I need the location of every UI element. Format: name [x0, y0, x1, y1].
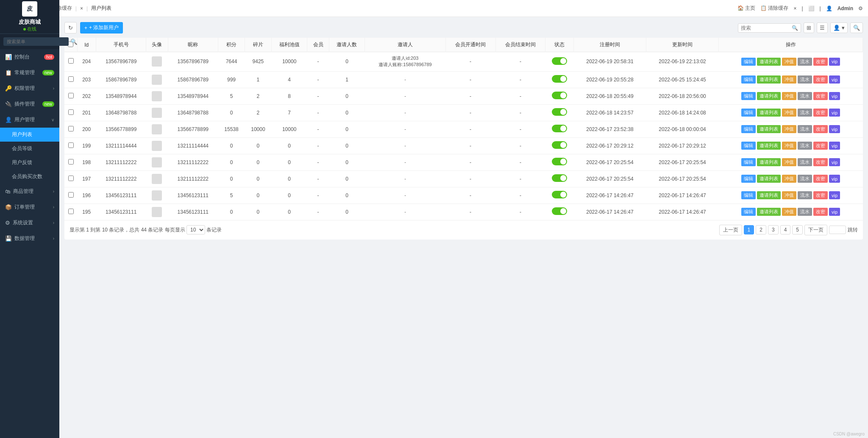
status-toggle-197[interactable]	[552, 174, 567, 182]
row-checkbox-198[interactable]	[68, 159, 74, 165]
recharge-button-202[interactable]: 冲值	[782, 92, 796, 100]
invite-list-button-196[interactable]: 邀请列表	[757, 191, 781, 199]
modify-pwd-button-196[interactable]: 改密	[813, 191, 828, 199]
nav-resize-icon[interactable]: ⬜	[808, 6, 815, 11]
recharge-button-196[interactable]: 冲值	[782, 191, 796, 199]
edit-button-195[interactable]: 编辑	[741, 208, 756, 216]
row-checkbox-195[interactable]	[68, 209, 74, 214]
modify-pwd-button-197[interactable]: 改密	[813, 175, 828, 183]
edit-button-204[interactable]: 编辑	[741, 58, 756, 66]
sidebar-item-data[interactable]: 💾 数据管理 ›	[0, 231, 59, 246]
edit-button-202[interactable]: 编辑	[741, 92, 756, 100]
nav-home-link[interactable]: 🏠 主页	[737, 5, 755, 12]
edit-button-203[interactable]: 编辑	[741, 75, 756, 84]
modify-pwd-button-204[interactable]: 改密	[813, 58, 828, 66]
modify-pwd-button-200[interactable]: 改密	[813, 125, 828, 133]
modify-pwd-button-201[interactable]: 改密	[813, 109, 828, 117]
invite-list-button-202[interactable]: 邀请列表	[757, 92, 781, 100]
row-checkbox-204[interactable]	[68, 58, 74, 64]
vip-button-204[interactable]: vip	[829, 58, 840, 66]
row-checkbox-197[interactable]	[68, 176, 74, 181]
cell-status[interactable]	[545, 204, 574, 220]
invite-list-button-204[interactable]: 邀请列表	[757, 58, 781, 66]
vip-button-197[interactable]: vip	[829, 175, 840, 183]
user-dropdown-button[interactable]: 👤 ▾	[830, 22, 848, 33]
status-toggle-201[interactable]	[552, 108, 567, 116]
invite-list-button-200[interactable]: 邀请列表	[757, 125, 781, 133]
edit-button-196[interactable]: 编辑	[741, 191, 756, 199]
flow-button-203[interactable]: 流水	[798, 75, 812, 84]
edit-button-197[interactable]: 编辑	[741, 175, 756, 183]
invite-list-button-201[interactable]: 邀请列表	[757, 109, 781, 117]
layout-button[interactable]: ⊞	[804, 22, 814, 33]
page-button-2[interactable]: 2	[756, 225, 766, 234]
flow-button-202[interactable]: 流水	[798, 92, 812, 100]
invite-list-button-199[interactable]: 邀请列表	[757, 142, 781, 150]
modify-pwd-button-195[interactable]: 改密	[813, 208, 828, 216]
vip-button-203[interactable]: vip	[829, 75, 840, 84]
sidebar-item-permissions[interactable]: 🔑 权限管理 ›	[0, 81, 59, 96]
invite-list-button-195[interactable]: 邀请列表	[757, 208, 781, 216]
row-checkbox-196[interactable]	[68, 192, 74, 198]
page-button-4[interactable]: 4	[780, 225, 791, 234]
sidebar-search-input[interactable]	[3, 37, 69, 46]
recharge-button-203[interactable]: 冲值	[782, 75, 796, 84]
page-button-1[interactable]: 1	[744, 225, 754, 234]
sidebar-item-system[interactable]: ⚙ 系统设置 ›	[0, 215, 59, 231]
modify-pwd-button-198[interactable]: 改密	[813, 158, 828, 166]
cell-status[interactable]	[545, 71, 574, 88]
row-checkbox-199[interactable]	[68, 142, 74, 148]
recharge-button-198[interactable]: 冲值	[782, 158, 796, 166]
nav-settings-icon[interactable]: ⚙	[858, 6, 863, 11]
invite-list-button-197[interactable]: 邀请列表	[757, 175, 781, 183]
prev-page-button[interactable]: 上一页	[719, 225, 742, 235]
cell-status[interactable]	[545, 187, 574, 204]
nav-cache-link[interactable]: 📋 清除缓存	[760, 5, 788, 12]
row-checkbox-200[interactable]	[68, 126, 74, 131]
recharge-button-200[interactable]: 冲值	[782, 125, 796, 133]
sidebar-item-user-mgmt[interactable]: 👤 用户管理 ∨	[0, 112, 59, 128]
invite-list-button-203[interactable]: 邀请列表	[757, 75, 781, 84]
invite-list-button-198[interactable]: 邀请列表	[757, 158, 781, 166]
status-toggle-202[interactable]	[552, 92, 567, 99]
flow-button-200[interactable]: 流水	[798, 125, 812, 133]
row-checkbox-201[interactable]	[68, 109, 74, 115]
next-page-button[interactable]: 下一页	[804, 225, 827, 235]
cell-status[interactable]	[545, 121, 574, 137]
search-button[interactable]: 🔍	[850, 22, 863, 33]
per-page-select[interactable]: 10 20 50	[186, 225, 205, 234]
flow-button-201[interactable]: 流水	[798, 109, 812, 117]
breadcrumb-close[interactable]: ×	[80, 6, 83, 11]
flow-button-204[interactable]: 流水	[798, 58, 812, 66]
page-button-5[interactable]: 5	[792, 225, 803, 234]
status-toggle-203[interactable]	[552, 75, 567, 83]
vip-button-198[interactable]: vip	[829, 158, 840, 166]
row-checkbox-203[interactable]	[68, 76, 74, 82]
flow-button-199[interactable]: 流水	[798, 142, 812, 150]
vip-button-201[interactable]: vip	[829, 109, 840, 117]
sidebar-item-rules[interactable]: 📋 常规管理 new	[0, 65, 59, 81]
modify-pwd-button-202[interactable]: 改密	[813, 92, 828, 100]
recharge-button-204[interactable]: 冲值	[782, 58, 796, 66]
sidebar-item-plugins[interactable]: 🔌 插件管理 new	[0, 96, 59, 112]
status-toggle-198[interactable]	[552, 158, 567, 165]
recharge-button-201[interactable]: 冲值	[782, 109, 796, 117]
modify-pwd-button-203[interactable]: 改密	[813, 75, 828, 84]
refresh-button[interactable]: ↻	[64, 22, 77, 33]
status-toggle-200[interactable]	[552, 125, 567, 132]
vip-button-199[interactable]: vip	[829, 142, 840, 150]
cell-status[interactable]	[545, 88, 574, 104]
cell-status[interactable]	[545, 52, 574, 72]
status-toggle-196[interactable]	[552, 191, 567, 198]
vip-button-196[interactable]: vip	[829, 191, 840, 199]
sidebar-item-orders[interactable]: 📦 订单管理 ›	[0, 199, 59, 215]
cell-status[interactable]	[545, 104, 574, 121]
sidebar-item-user-list[interactable]: 用户列表	[0, 128, 59, 142]
vip-button-200[interactable]: vip	[829, 125, 840, 133]
recharge-button-197[interactable]: 冲值	[782, 175, 796, 183]
flow-button-196[interactable]: 流水	[798, 191, 812, 199]
recharge-button-195[interactable]: 冲值	[782, 208, 796, 216]
add-user-button[interactable]: + + 添加新用户	[80, 22, 123, 33]
cell-status[interactable]	[545, 137, 574, 154]
status-toggle-195[interactable]	[552, 207, 567, 215]
